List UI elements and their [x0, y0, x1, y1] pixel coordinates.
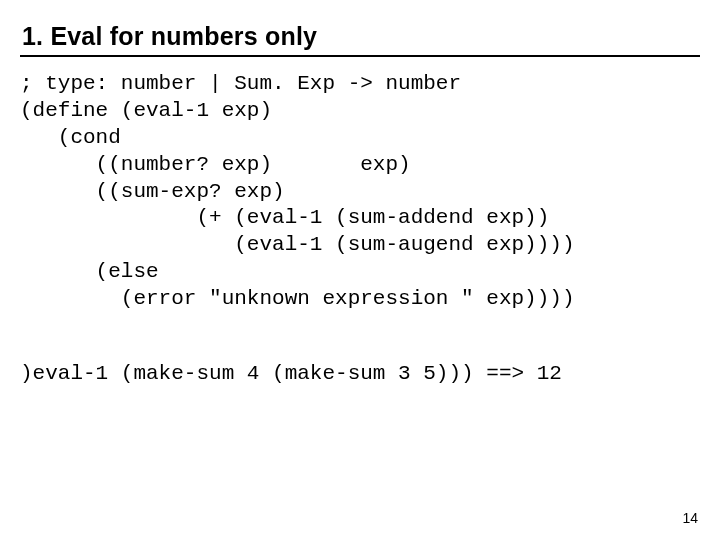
- page-number: 14: [682, 510, 698, 526]
- code-line: (cond: [20, 126, 121, 149]
- code-line: ((number? exp) exp): [20, 153, 411, 176]
- code-line: (define (eval-1 exp): [20, 99, 272, 122]
- title-underline: [20, 55, 700, 57]
- code-line: (eval-1 (sum-augend exp)))): [20, 233, 575, 256]
- code-line: ((sum-exp? exp): [20, 180, 285, 203]
- code-line: ; type: number | Sum. Exp -> number: [20, 72, 461, 95]
- code-block: ; type: number | Sum. Exp -> number (def…: [20, 71, 702, 313]
- code-line: (else: [20, 260, 159, 283]
- code-line: (+ (eval-1 (sum-addend exp)): [20, 206, 549, 229]
- example-line: )eval-1 (make-sum 4 (make-sum 3 5))) ==>…: [20, 361, 702, 388]
- slide-title: 1. Eval for numbers only: [22, 22, 702, 51]
- code-line: (error "unknown expression " exp)))): [20, 287, 575, 310]
